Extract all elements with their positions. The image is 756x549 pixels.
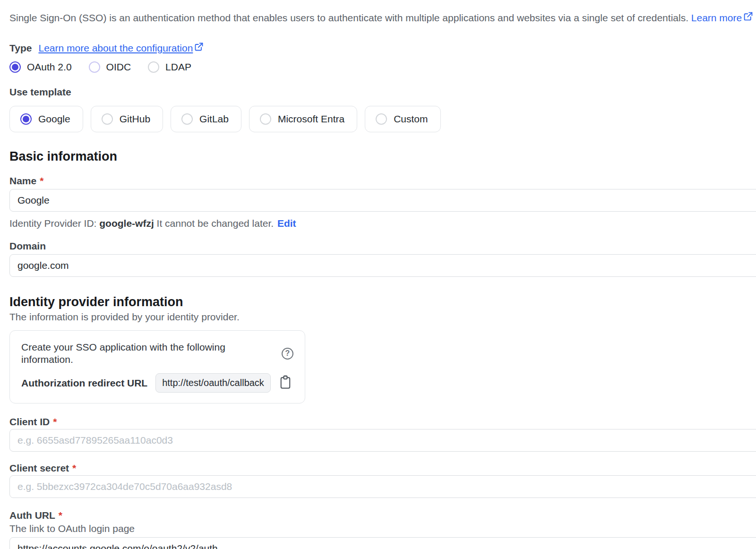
template-card-github[interactable]: GitHub (91, 106, 163, 132)
domain-input[interactable] (9, 254, 756, 277)
domain-label: Domain (9, 240, 756, 252)
required-asterisk: * (72, 462, 76, 474)
identity-provider-id-line: Identity Provider ID: google-wfzj It can… (9, 217, 756, 230)
redirect-url-value[interactable]: http://test/oauth/callback (155, 373, 271, 393)
sso-application-info-card: Create your SSO application with the fol… (9, 330, 305, 403)
radio-unselected-icon (376, 113, 387, 125)
radio-unselected-icon (260, 113, 271, 125)
radio-option-ldap[interactable]: LDAP (148, 61, 191, 73)
template-card-label: Google (38, 113, 70, 125)
radio-selected-icon (20, 113, 32, 125)
radio-option-oidc[interactable]: OIDC (89, 61, 131, 73)
domain-label-text: Domain (9, 240, 46, 252)
name-label: Name * (9, 175, 756, 187)
external-link-icon (194, 42, 204, 55)
radio-option-oauth2[interactable]: OAuth 2.0 (9, 61, 72, 73)
radio-label: LDAP (165, 61, 191, 73)
required-asterisk: * (53, 416, 57, 428)
auth-url-label-text: Auth URL (9, 509, 55, 522)
type-radio-group: OAuth 2.0 OIDC LDAP (9, 61, 756, 73)
radio-unselected-icon (102, 113, 113, 125)
idp-id-suffix: It cannot be changed later. (157, 218, 274, 229)
template-card-custom[interactable]: Custom (365, 106, 440, 132)
required-asterisk: * (40, 175, 43, 187)
config-doc-link-label: Learn more about the configuration (38, 42, 193, 55)
external-link-icon (743, 11, 753, 25)
template-card-label: GitLab (199, 113, 229, 125)
edit-link[interactable]: Edit (277, 218, 296, 229)
radio-selected-icon[interactable] (9, 61, 21, 73)
client-id-label-text: Client ID (9, 416, 50, 428)
config-doc-link[interactable]: Learn more about the configuration (38, 42, 204, 55)
radio-unselected-icon (181, 113, 193, 125)
required-asterisk: * (59, 509, 62, 522)
client-id-input[interactable] (9, 429, 756, 452)
idp-information-heading: Identity provider information (9, 294, 756, 310)
template-card-label: GitHub (120, 113, 150, 125)
radio-unselected-icon[interactable] (89, 61, 100, 73)
idp-id-prefix: Identity Provider ID: (9, 218, 96, 229)
radio-unselected-icon[interactable] (148, 61, 159, 73)
client-secret-input[interactable] (9, 475, 756, 498)
info-card-instruction: Create your SSO application with the fol… (21, 341, 276, 366)
template-card-google[interactable]: Google (9, 106, 83, 132)
template-card-label: Custom (394, 113, 428, 125)
idp-information-subtitle: The information is provided by your iden… (9, 311, 756, 323)
basic-information-heading: Basic information (9, 148, 756, 164)
name-label-text: Name (9, 175, 36, 187)
use-template-label: Use template (9, 86, 756, 98)
auth-url-input[interactable] (9, 537, 756, 549)
learn-more-label: Learn more (691, 11, 742, 25)
auth-url-label: Auth URL * (9, 509, 756, 522)
sso-connector-form: Single Sign-On (SSO) is an authenticatio… (0, 0, 756, 549)
radio-label: OAuth 2.0 (27, 61, 72, 73)
auth-url-helper: The link to OAuth login page (9, 523, 756, 535)
radio-label: OIDC (106, 61, 131, 73)
clipboard-icon (279, 375, 292, 391)
help-icon[interactable]: ? (282, 348, 293, 360)
sso-description: Single Sign-On (SSO) is an authenticatio… (9, 11, 756, 25)
client-secret-label-text: Client secret (9, 462, 69, 474)
type-label: Type (9, 42, 32, 54)
name-input[interactable] (9, 189, 756, 212)
copy-button[interactable] (279, 375, 292, 391)
learn-more-link[interactable]: Learn more (691, 11, 753, 25)
redirect-url-label: Authorization redirect URL (21, 377, 147, 389)
redirect-url-row: Authorization redirect URL http://test/o… (21, 373, 293, 393)
template-card-label: Microsoft Entra (278, 113, 344, 125)
sso-description-text: Single Sign-On (SSO) is an authenticatio… (9, 12, 688, 23)
template-card-microsoft-entra[interactable]: Microsoft Entra (249, 106, 357, 132)
type-row: Type Learn more about the configuration (9, 42, 756, 55)
template-card-group: Google GitHub GitLab Microsoft Entra Cus… (9, 106, 756, 132)
client-id-label: Client ID * (9, 416, 756, 428)
idp-id-value: google-wfzj (99, 218, 154, 229)
info-card-instruction-row: Create your SSO application with the fol… (21, 341, 293, 366)
template-card-gitlab[interactable]: GitLab (171, 106, 241, 132)
client-secret-label: Client secret * (9, 462, 756, 474)
